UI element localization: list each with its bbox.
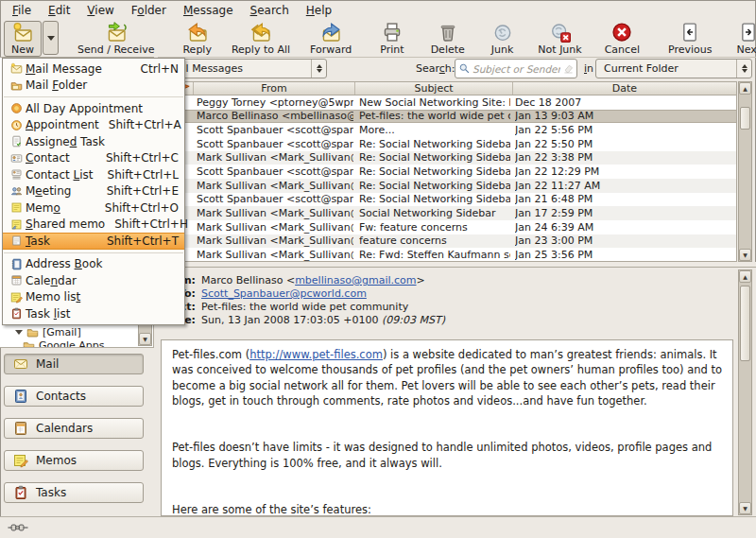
menu-file[interactable]: File: [4, 1, 40, 20]
tasks-icon: [13, 485, 28, 500]
cancel-button[interactable]: Cancel: [597, 21, 647, 57]
preview-scrollbar[interactable]: ▲ ▼: [738, 269, 752, 515]
task-icon: [7, 234, 26, 247]
reply-button[interactable]: Reply: [175, 21, 218, 57]
delete-button[interactable]: Delete: [423, 21, 472, 57]
menu-item-contact-list[interactable]: Contact ListShift+Ctrl+L: [3, 166, 184, 183]
body-paragraph: Pet-files doesn’t have limits - it was d…: [172, 440, 722, 471]
forward-button[interactable]: Forward: [302, 21, 359, 57]
menu-search[interactable]: Search: [242, 1, 298, 20]
message-row[interactable]: Mark Sullivan <Mark_Sullivan@pcw...Fw: f…: [159, 220, 736, 234]
menu-item-contact[interactable]: ContactShift+Ctrl+C: [3, 150, 184, 167]
date-cell: Jan 21 6:48 PM: [515, 193, 657, 207]
search-input[interactable]: [471, 63, 562, 75]
from-cell: Peggy Torney <ptorney@5wpr.com>: [197, 95, 353, 110]
search-scope-value: Current Folder: [596, 62, 736, 75]
switcher-contacts-label: Contacts: [36, 390, 86, 403]
menu-folder[interactable]: Folder: [123, 1, 175, 20]
next-button[interactable]: Next: [729, 21, 756, 57]
message-row[interactable]: Scott Spanbauer <scott@spanbau...Re: Soc…: [159, 193, 736, 207]
scroll-down-icon[interactable]: ▼: [739, 249, 751, 261]
scrollbar-thumb[interactable]: [740, 107, 750, 130]
scroll-up-icon[interactable]: ▲: [739, 270, 751, 283]
expander-icon[interactable]: [15, 330, 23, 335]
menu-item-assigned-task[interactable]: Assigned Task: [3, 133, 184, 150]
evolution-window: File Edit View Folder Message Search Hel…: [0, 0, 756, 538]
menu-item-all-day-appointment[interactable]: All Day Appointment: [3, 100, 184, 117]
message-row[interactable]: Mark Sullivan <Mark_Sullivan@pcw...Re: S…: [159, 151, 736, 165]
from-email-link[interactable]: mbellinaso@gmail.com: [295, 274, 416, 286]
from-column-header[interactable]: From: [194, 82, 355, 95]
calendar-icon: [13, 421, 28, 436]
to-email-link[interactable]: Scott_Spanbauer@pcworld.com: [201, 287, 367, 300]
menu-item-label: Task: [26, 234, 97, 248]
subject-column-header[interactable]: Subject: [355, 82, 513, 95]
folder-label: [Gmail]: [43, 326, 81, 338]
message-row[interactable]: Mark Sullivan <Mark_Sullivan@pcw...Re: F…: [159, 248, 736, 262]
menu-item-label: Mail Folder: [26, 78, 169, 92]
task-list-icon: [7, 307, 26, 320]
menu-item-mail-message[interactable]: Mail MessageCtrl+N: [3, 61, 184, 78]
scrollbar-thumb[interactable]: [740, 286, 750, 361]
scroll-down-icon[interactable]: ▼: [139, 333, 151, 345]
message-list-scrollbar[interactable]: ▲ ▼: [738, 81, 752, 262]
message-row[interactable]: Peggy Torney <ptorney@5wpr.com>New Socia…: [159, 95, 736, 110]
switcher-contacts-button[interactable]: Contacts: [4, 386, 144, 407]
not-junk-button[interactable]: Not Junk: [530, 21, 589, 57]
meeting-icon: [7, 185, 26, 198]
switcher-calendars-button[interactable]: Calendars: [4, 418, 144, 439]
forward-icon: [320, 22, 341, 43]
message-row[interactable]: Mark Sullivan <Mark_Sullivan@pcw...featu…: [159, 234, 736, 249]
address-book-icon: [7, 258, 26, 270]
junk-button[interactable]: Junk: [484, 21, 522, 57]
preview-pane: From:Marco Bellinaso <mbellinaso@gmail.c…: [158, 267, 756, 516]
menu-item-task-list[interactable]: Task list: [3, 305, 184, 322]
previous-button[interactable]: Previous: [661, 21, 720, 57]
message-rows: Peggy Torney <ptorney@5wpr.com>New Socia…: [158, 95, 737, 262]
body-link[interactable]: http://www.pet-files.com: [249, 348, 383, 361]
print-button[interactable]: Print: [372, 21, 411, 57]
switcher-tasks-button[interactable]: Tasks: [4, 482, 144, 503]
message-row[interactable]: Scott Spanbauer <scott@spanbau...Re: Soc…: [159, 137, 736, 151]
send-receive-button[interactable]: Send / Receive: [70, 21, 162, 57]
message-row[interactable]: Scott Spanbauer <scott@spanbau...More...…: [159, 123, 736, 137]
scroll-up-icon[interactable]: ▲: [739, 82, 751, 95]
switcher-mail-button[interactable]: Mail: [4, 354, 144, 374]
clear-search-icon[interactable]: [562, 62, 575, 75]
menu-item-memo-list[interactable]: Memo list: [3, 289, 184, 306]
new-dropdown-arrow-button[interactable]: [43, 21, 59, 55]
message-row[interactable]: Mark Sullivan <Mark_Sullivan@pcw...Socia…: [159, 206, 736, 220]
switcher-memos-button[interactable]: Memos: [4, 450, 144, 471]
menu-item-address-book[interactable]: Address Book: [3, 256, 184, 273]
message-row-selected[interactable]: Marco Bellinaso <mbellinaso@gma...Pet-fi…: [159, 110, 736, 124]
menu-item-memo[interactable]: MemoShift+Ctrl+O: [3, 200, 184, 217]
menu-view[interactable]: View: [78, 1, 122, 20]
menu-item-task[interactable]: TaskShift+Ctrl+T: [3, 233, 184, 250]
junk-icon: [492, 22, 513, 43]
menu-item-accel: Shift+Ctrl+A: [109, 118, 181, 131]
date-column-header[interactable]: Date: [513, 82, 736, 95]
menu-item-accel: Shift+Ctrl+T: [107, 234, 179, 248]
folder-tree-item-gmail[interactable]: [Gmail]: [0, 325, 138, 338]
online-status-plug-icon[interactable]: [8, 523, 28, 532]
email-body: Pet-files.com (http://www.pet-files.com)…: [161, 339, 733, 516]
new-button[interactable]: New: [4, 21, 42, 57]
print-label: Print: [380, 43, 404, 56]
contacts-icon: [13, 389, 28, 404]
search-scope-dropdown[interactable]: Current Folder: [595, 59, 752, 78]
reply-to-all-button[interactable]: Reply to All: [224, 21, 298, 57]
menu-item-shared-memo[interactable]: Shared memoShift+Ctrl+H: [3, 217, 184, 234]
subject-cell: Fw: feature concerns: [359, 220, 510, 234]
menu-help[interactable]: Help: [298, 1, 340, 20]
scroll-down-icon[interactable]: ▼: [739, 502, 751, 514]
message-row[interactable]: Mark Sullivan <Mark_Sullivan@pcw...Re: S…: [159, 179, 736, 193]
menu-message[interactable]: Message: [175, 1, 242, 20]
date-cell: Jan 13 9:03 AM: [515, 111, 657, 123]
subject-value: Pet-files: the world wide pet community: [201, 301, 408, 313]
menu-item-calendar[interactable]: Calendar: [3, 272, 184, 289]
menu-edit[interactable]: Edit: [40, 1, 78, 20]
message-row[interactable]: Scott Spanbauer <scott@spanbau...Re: Soc…: [159, 165, 736, 179]
menu-item-mail-folder[interactable]: Mail Folder: [3, 78, 184, 95]
menu-item-meeting[interactable]: MeetingShift+Ctrl+E: [3, 183, 184, 200]
menu-item-appointment[interactable]: AppointmentShift+Ctrl+A: [3, 117, 184, 134]
